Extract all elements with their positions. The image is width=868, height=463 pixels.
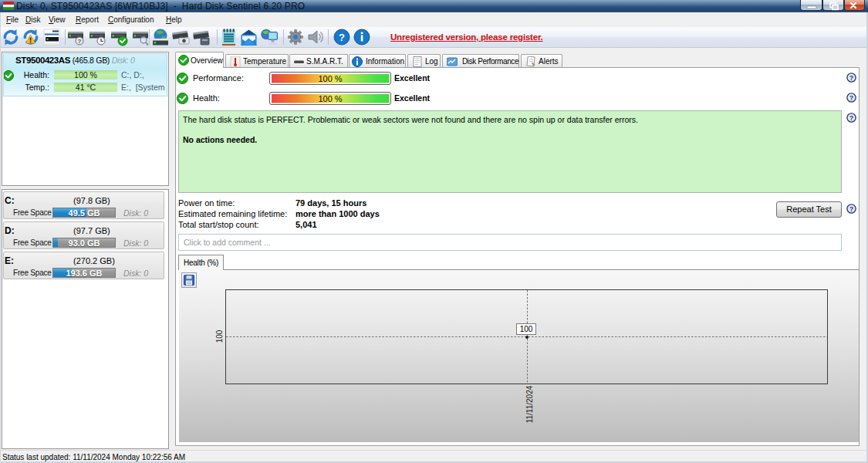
svg-text:?: ? — [849, 114, 854, 122]
svg-text:100: 100 — [215, 330, 224, 343]
svg-text:?: ? — [339, 32, 345, 43]
svg-text:?: ? — [78, 38, 82, 45]
svg-text:?: ? — [849, 94, 854, 102]
svg-text:?: ? — [849, 74, 854, 82]
svg-text:?: ? — [849, 205, 854, 213]
svg-text:11/11/2024: 11/11/2024 — [525, 385, 534, 423]
